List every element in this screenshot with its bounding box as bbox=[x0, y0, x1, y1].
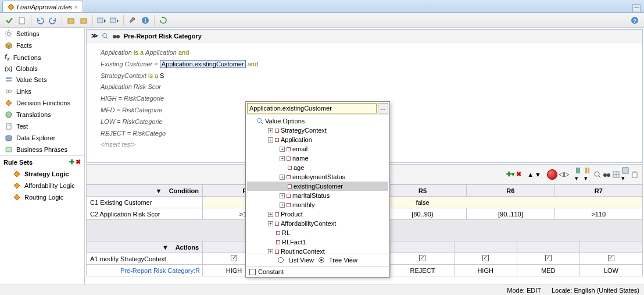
package2-icon[interactable] bbox=[78, 15, 90, 26]
add-ruleset-icon[interactable]: ✚ bbox=[69, 158, 74, 166]
action-a1[interactable]: A1 modify StrategyContext bbox=[87, 253, 203, 265]
sidebar-item-test[interactable]: Test bbox=[0, 120, 84, 132]
cond-c1[interactable]: C1 Existing Customer bbox=[87, 197, 203, 208]
cat-7[interactable]: LOW bbox=[579, 265, 642, 276]
tree-root[interactable]: Value Options bbox=[247, 116, 388, 126]
dt-col2-icon[interactable]: ▾ bbox=[584, 166, 592, 182]
expand-icon[interactable]: + bbox=[268, 128, 273, 133]
cat-4[interactable]: REJECT bbox=[391, 265, 454, 276]
expand-icon[interactable]: - bbox=[268, 137, 273, 143]
ac-node-maritalstatus[interactable]: +maritalStatus bbox=[247, 191, 388, 200]
info-icon[interactable]: i bbox=[139, 15, 151, 26]
dropdown2-icon[interactable] bbox=[109, 15, 120, 26]
new-doc-icon[interactable] bbox=[16, 15, 28, 26]
dt-stop-icon[interactable] bbox=[547, 169, 557, 180]
search-icon[interactable] bbox=[102, 33, 109, 40]
dt-prev-icon[interactable]: ◁ bbox=[559, 170, 563, 178]
cat-6[interactable]: MED bbox=[517, 265, 579, 276]
binoculars-icon[interactable] bbox=[112, 33, 120, 40]
c2-r5[interactable]: [80..90) bbox=[378, 208, 466, 220]
sidebar-item-data-explorer[interactable]: Data Explorer bbox=[0, 132, 84, 144]
expand-icon[interactable]: + bbox=[280, 147, 285, 152]
refresh-icon[interactable] bbox=[158, 15, 169, 26]
ac-node-name[interactable]: +name bbox=[247, 154, 388, 163]
ac-node-monthly[interactable]: +monthly bbox=[247, 200, 388, 209]
selected-expression[interactable]: Application.existingCustomer bbox=[160, 60, 246, 68]
cat-5[interactable]: HIGH bbox=[454, 265, 517, 276]
a1-chk-7[interactable] bbox=[608, 255, 614, 261]
expand-icon[interactable]: + bbox=[280, 175, 285, 180]
ac-node-email[interactable]: +email bbox=[247, 144, 388, 154]
autocomplete-input[interactable] bbox=[247, 103, 377, 113]
dt-grid-icon[interactable] bbox=[612, 170, 620, 179]
dt-down-icon[interactable]: ▼ bbox=[535, 171, 541, 178]
ruleset-routing-logic[interactable]: Routing Logic bbox=[0, 191, 84, 203]
a1-chk-5[interactable] bbox=[482, 255, 489, 261]
col-r6[interactable]: R6 bbox=[467, 185, 554, 197]
ruleset-strategy-logic[interactable]: Strategy Logic bbox=[0, 168, 84, 180]
expand-icon[interactable]: + bbox=[280, 156, 285, 161]
ac-node-product[interactable]: +Product bbox=[247, 209, 388, 219]
ac-node-employmentstatus[interactable]: +employmentStatus bbox=[247, 172, 388, 182]
sidebar-item-globals[interactable]: (x)Globals bbox=[0, 63, 84, 74]
collapse-icon[interactable]: ≫ bbox=[91, 32, 98, 40]
constant-checkbox[interactable] bbox=[249, 269, 256, 275]
ac-node-rlfact1[interactable]: RLFact1 bbox=[247, 237, 388, 247]
sidebar-item-translations[interactable]: Translations bbox=[0, 109, 84, 120]
dt-col1-icon[interactable]: ▾ bbox=[575, 166, 583, 182]
cat-row-label[interactable]: Pre-Report Risk Category:R bbox=[87, 265, 203, 276]
sidebar-item-links[interactable]: Links bbox=[0, 86, 84, 97]
ac-node-application[interactable]: -Application bbox=[247, 135, 388, 144]
ac-node-age[interactable]: age bbox=[247, 163, 388, 172]
expand-icon[interactable]: + bbox=[268, 221, 273, 226]
expand-icon[interactable]: + bbox=[268, 249, 273, 254]
dt-up-icon[interactable]: ▲ bbox=[527, 171, 534, 178]
expand-icon[interactable]: + bbox=[280, 193, 285, 198]
dt-find-icon[interactable] bbox=[603, 171, 611, 178]
cond-c2[interactable]: C2 Application Risk Scor bbox=[87, 208, 203, 220]
dropdown1-icon[interactable] bbox=[96, 15, 108, 26]
dt-table-icon[interactable]: ▾ bbox=[621, 166, 629, 182]
wrench-icon[interactable] bbox=[127, 15, 138, 26]
list-view-radio[interactable] bbox=[278, 257, 284, 263]
minimize-button[interactable]: — bbox=[632, 4, 641, 12]
col-r5[interactable]: R5 bbox=[378, 185, 466, 197]
sidebar-item-value-sets[interactable]: Value Sets bbox=[0, 74, 84, 86]
tree-view-radio[interactable] bbox=[319, 257, 324, 263]
explorer-icon bbox=[5, 134, 13, 142]
ac-node-rl[interactable]: RL bbox=[247, 228, 388, 237]
a1-chk-1[interactable] bbox=[231, 255, 237, 261]
ac-node-affordabilitycontext[interactable]: +AffordabilityContext bbox=[247, 219, 388, 228]
sidebar-item-facts[interactable]: Facts bbox=[0, 40, 84, 51]
sidebar-item-settings[interactable]: Settings bbox=[0, 28, 84, 40]
help-icon[interactable]: ? bbox=[629, 15, 641, 26]
ac-node-strategycontext[interactable]: +StrategyContext bbox=[247, 126, 388, 135]
a1-chk-4[interactable] bbox=[419, 255, 425, 261]
c2-r7[interactable]: >110 bbox=[554, 208, 642, 220]
ac-node-routingcontext[interactable]: +RoutingContext bbox=[247, 247, 388, 254]
dt-export-icon[interactable] bbox=[631, 170, 639, 179]
a1-chk-6[interactable] bbox=[545, 255, 552, 261]
dt-add-icon[interactable]: ✚▾ bbox=[506, 170, 515, 178]
col-r7[interactable]: R7 bbox=[554, 185, 642, 197]
ac-node-existingcustomer[interactable]: existingCustomer bbox=[247, 182, 388, 191]
tab-close-icon[interactable]: × bbox=[74, 3, 78, 10]
undo-icon[interactable] bbox=[34, 15, 46, 26]
validate-icon[interactable] bbox=[3, 15, 15, 26]
c2-r6[interactable]: [90..110] bbox=[467, 208, 554, 220]
dt-delete-icon[interactable]: ✖ bbox=[516, 170, 521, 178]
ruleset-affordability-logic[interactable]: Affordability Logic bbox=[0, 180, 84, 191]
autocomplete-tree[interactable]: Value Options +StrategyContext-Applicati… bbox=[246, 115, 389, 254]
dt-next-icon[interactable]: ▷ bbox=[564, 170, 569, 178]
editor-tab[interactable]: LoanApproval.rules × bbox=[2, 1, 83, 12]
redo-icon[interactable] bbox=[47, 15, 59, 26]
sidebar-item-decision-functions[interactable]: Decision Functions bbox=[0, 97, 84, 109]
sidebar-item-functions[interactable]: fxFunctions bbox=[0, 51, 84, 63]
browse-button[interactable]: … bbox=[378, 103, 388, 113]
dt-zoom-icon[interactable] bbox=[593, 170, 602, 179]
expand-icon[interactable]: + bbox=[268, 212, 273, 217]
delete-ruleset-icon[interactable]: ✖ bbox=[76, 158, 81, 166]
package-icon[interactable] bbox=[65, 15, 77, 26]
expand-icon[interactable]: + bbox=[280, 202, 285, 208]
sidebar-item-business-phrases[interactable]: Business Phrases bbox=[0, 144, 84, 155]
